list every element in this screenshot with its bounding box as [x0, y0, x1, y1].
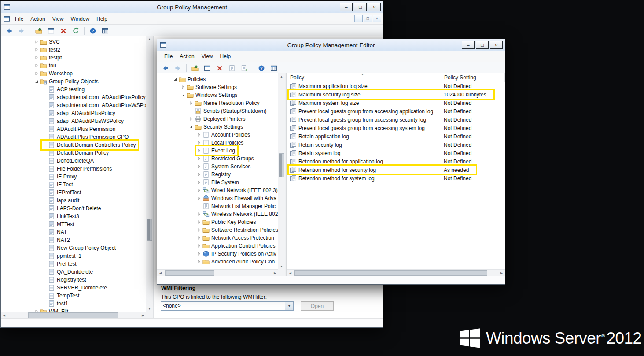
expand-arrow-icon[interactable] — [197, 196, 202, 200]
tree-item-laps-don-t-delete[interactable]: LAPS-Don't Delete — [1, 204, 146, 212]
policy-row-prevent-local-guests-group-from-accessing-system-log[interactable]: Prevent local guests group from accessin… — [287, 124, 505, 132]
expand-arrow-icon[interactable] — [181, 85, 187, 89]
wmi-open-button[interactable]: Open — [301, 301, 334, 311]
gpm-tree-horizontal-scrollbar[interactable]: ◀▶ — [1, 312, 146, 319]
policy-row-retain-security-log[interactable]: Retain security logNot Defined — [287, 141, 505, 149]
tree-item-server-dontdelete[interactable]: SERVER_Dontdelete — [1, 284, 146, 292]
expand-arrow-icon[interactable] — [34, 40, 40, 44]
gpme-menu-help[interactable]: Help — [217, 53, 235, 59]
gpm-titlebar[interactable]: Group Policy Management –□× — [1, 1, 383, 13]
expand-arrow-icon[interactable] — [197, 228, 202, 232]
up-one-level-button[interactable] — [33, 26, 44, 36]
collapse-arrow-icon[interactable] — [173, 77, 179, 82]
refresh-button[interactable] — [70, 26, 81, 36]
collapse-arrow-icon[interactable] — [34, 79, 40, 84]
tree-item-linktest3[interactable]: LinkTest3 — [1, 212, 146, 220]
tree-item-security-settings[interactable]: Security Settings — [157, 123, 278, 131]
forward-button[interactable] — [16, 26, 27, 36]
expand-arrow-icon[interactable] — [197, 172, 202, 177]
expand-arrow-icon[interactable] — [34, 71, 40, 76]
tree-item-wired-network-ieee-802-3[interactable]: Wired Network (IEEE 802.3) — [157, 186, 278, 194]
expand-arrow-icon[interactable] — [197, 220, 202, 224]
tree-item-advanced-audit-policy-con[interactable]: Advanced Audit Policy Con — [157, 258, 278, 266]
tree-item-adaudit-plus-permission[interactable]: ADAudit Plus Permission — [1, 125, 146, 133]
policy-setting-column-header[interactable]: Policy Setting — [441, 73, 505, 82]
minimize-button[interactable]: – — [462, 41, 475, 49]
tree-item-mttest[interactable]: MTTest — [1, 220, 146, 228]
tree-item-network-access-protection[interactable]: Network Access Protection — [157, 234, 278, 242]
tree-item-workshop[interactable]: Workshop — [1, 70, 146, 78]
scroll-right-arrow-icon[interactable]: ▶ — [498, 270, 505, 276]
scrollbar-thumb[interactable] — [28, 312, 118, 318]
maximize-button[interactable]: □ — [354, 3, 367, 11]
policy-row-prevent-local-guests-group-from-accessing-security-log[interactable]: Prevent local guests group from accessin… — [287, 115, 505, 124]
tree-item-account-policies[interactable]: Account Policies — [157, 131, 278, 139]
gpm-menu-view[interactable]: View — [49, 16, 67, 22]
tree-item-nat2[interactable]: NAT2 — [1, 236, 146, 244]
tree-item-ie-test[interactable]: IE Test — [1, 181, 146, 189]
policy-column-header[interactable]: Policy ▲ — [287, 73, 441, 82]
expand-arrow-icon[interactable] — [189, 117, 195, 121]
tree-item-default-domain-policy[interactable]: Default Domain Policy — [1, 149, 146, 157]
expand-arrow-icon[interactable] — [197, 148, 202, 153]
tree-item-qa-dontdelete[interactable]: QA_Dontdelete — [1, 268, 146, 276]
forward-button[interactable] — [172, 63, 184, 74]
tree-item-temptest[interactable]: TempTest — [1, 292, 146, 300]
tree-item-default-domain-controllers-policy[interactable]: Default Domain Controllers Policy — [1, 141, 146, 149]
wmi-filter-dropdown[interactable]: <none> ▾ — [161, 301, 294, 311]
tree-item-file-system[interactable]: File System — [157, 178, 278, 186]
gpme-tree-horizontal-scrollbar[interactable]: ◀▶ — [157, 269, 278, 276]
console-tree-button[interactable] — [99, 26, 111, 36]
close-button[interactable]: × — [373, 15, 381, 22]
tree-item-application-control-policies[interactable]: Application Control Policies — [157, 242, 278, 250]
policy-row-maximum-system-log-size[interactable]: Maximum system log sizeNot Defined — [287, 99, 505, 107]
delete-button[interactable] — [58, 26, 69, 36]
expand-arrow-icon[interactable] — [197, 212, 202, 216]
tree-item-windows-firewall-with-adva[interactable]: Windows Firewall with Adva — [157, 194, 278, 202]
help-button[interactable]: ? — [256, 63, 267, 74]
console-tree-button[interactable] — [268, 63, 280, 74]
tree-item-deployed-printers[interactable]: Deployed Printers — [157, 115, 278, 123]
close-button[interactable]: × — [490, 41, 503, 49]
policy-list-horizontal-scrollbar[interactable]: ◀▶ — [287, 269, 505, 276]
up-one-level-button[interactable] — [189, 63, 201, 74]
tree-item-acp-testing[interactable]: ACP testing — [1, 85, 146, 93]
tree-item-ppmtest-1[interactable]: ppmtest_1 — [1, 252, 146, 260]
gpme-titlebar[interactable]: Group Policy Management Editor –□× — [157, 39, 505, 51]
tree-item-wireless-network-ieee-802[interactable]: Wireless Network (IEEE 802. — [157, 210, 278, 218]
tree-item-test2[interactable]: test2 — [1, 46, 146, 54]
tree-item-pref-test[interactable]: Pref test — [1, 260, 146, 268]
policy-row-prevent-local-guests-group-from-accessing-application-log[interactable]: Prevent local guests group from accessin… — [287, 107, 505, 115]
policy-row-maximum-security-log-size[interactable]: Maximum security log size1024000 kilobyt… — [287, 90, 505, 99]
expand-arrow-icon[interactable] — [189, 101, 195, 105]
expand-arrow-icon[interactable] — [197, 164, 202, 169]
tree-item-software-restriction-policies[interactable]: Software Restriction Policies — [157, 226, 278, 234]
properties-button[interactable] — [226, 63, 238, 74]
tree-item-adap-adauditpluspolicy[interactable]: adap_ADAuditPlusPolicy — [1, 109, 146, 117]
back-button[interactable] — [160, 63, 171, 74]
scrollbar-thumb[interactable] — [294, 270, 487, 276]
delete-button[interactable] — [214, 63, 225, 74]
tree-item-public-key-policies[interactable]: Public Key Policies — [157, 218, 278, 226]
gpm-menu-help[interactable]: Help — [93, 16, 111, 22]
tree-item-svc[interactable]: SVC — [1, 38, 146, 46]
scroll-up-arrow-icon[interactable]: ▲ — [146, 36, 153, 42]
expand-arrow-icon[interactable] — [197, 156, 202, 161]
scrollbar-thumb[interactable] — [165, 270, 214, 276]
scroll-down-arrow-icon[interactable]: ▼ — [278, 263, 285, 270]
tree-item-file-folder-permissions[interactable]: File Folder Permissions — [1, 165, 146, 173]
console-window-button[interactable] — [202, 63, 213, 74]
tree-item-windows-settings[interactable]: Windows Settings — [157, 91, 278, 99]
tree-item-system-services[interactable]: System Services — [157, 163, 278, 171]
expand-arrow-icon[interactable] — [197, 260, 202, 264]
tree-item-adap-internal-com-adauditpluspolicy[interactable]: adap.internal.com_ADAuditPlusPolicy — [1, 93, 146, 101]
expand-arrow-icon[interactable] — [197, 188, 202, 193]
scroll-down-arrow-icon[interactable]: ▼ — [146, 305, 153, 312]
gpm-menu-window[interactable]: Window — [67, 16, 93, 22]
tree-item-registry-test[interactable]: Registry test — [1, 276, 146, 284]
back-button[interactable] — [4, 26, 15, 36]
scroll-left-arrow-icon[interactable]: ◀ — [1, 312, 7, 319]
maximize-button[interactable]: □ — [476, 41, 489, 49]
policy-row-maximum-application-log-size[interactable]: Maximum application log sizeNot Defined — [287, 82, 505, 90]
tree-item-ip-security-policies-on-activ[interactable]: IP Security Policies on Activ — [157, 250, 278, 258]
